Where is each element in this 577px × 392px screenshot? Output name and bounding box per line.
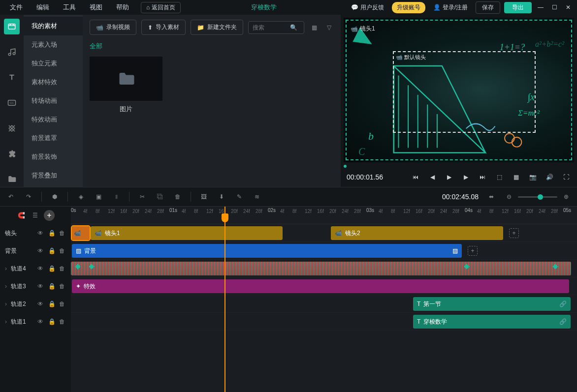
next-frame-icon[interactable]: ▶ [461, 172, 471, 182]
sidebar-item-asset-fx[interactable]: 素材特效 [24, 73, 83, 91]
import-asset-button[interactable]: ⬆ 导入素材 [141, 20, 186, 35]
eye-icon[interactable]: 👁 [37, 265, 44, 272]
clip-text2[interactable]: T穿梭数学🔗 [413, 315, 571, 329]
track-head-bg[interactable]: 背景 👁 🔒 🗑 [0, 242, 71, 260]
eye-icon[interactable]: 👁 [37, 301, 44, 307]
track-2[interactable]: T第一节🔗 [71, 295, 577, 313]
lock-icon[interactable]: 🔒 [48, 301, 55, 307]
track-bg[interactable]: ▨背景▨ + [71, 242, 577, 260]
sidebar-item-bg-overlay[interactable]: 背景叠加 [24, 166, 83, 185]
trash-icon[interactable]: 🗑 [59, 230, 66, 237]
marker-icon[interactable]: ⬢ [50, 192, 60, 202]
search-input-wrapper[interactable]: 🔍 [248, 21, 304, 34]
zoom-slider[interactable] [518, 196, 557, 198]
clip-fx[interactable]: ✦特效 [72, 279, 569, 293]
lock-icon[interactable]: 🔒 [48, 247, 55, 254]
zoom-out-icon[interactable]: ⊖ [504, 192, 514, 202]
keyframe[interactable] [75, 264, 80, 269]
scale-icon[interactable]: ▣ [94, 192, 103, 202]
eye-icon[interactable]: 👁 [37, 318, 44, 325]
list-icon[interactable]: ☰ [30, 211, 40, 220]
link-icon[interactable]: 🔗 [559, 301, 567, 307]
rail-music-icon[interactable] [4, 44, 20, 60]
eye-icon[interactable]: 👁 [37, 247, 44, 254]
zoom-handle[interactable] [538, 194, 543, 200]
rail-pattern-icon[interactable] [4, 121, 20, 136]
record-video-button[interactable]: 📹 录制视频 [90, 20, 136, 35]
zoom-in-icon[interactable]: ⊕ [561, 192, 571, 202]
filter-icon[interactable]: ▽ [324, 23, 334, 32]
rail-puzzle-icon[interactable] [4, 146, 20, 162]
search-icon[interactable]: 🔍 [290, 24, 297, 31]
skip-end-icon[interactable]: ⏭ [478, 172, 487, 182]
crop-icon[interactable]: ⬚ [494, 172, 504, 182]
preview-canvas[interactable]: 1+1=? a²+b²=c² ∫x Σ=mc² b C 📹 镜头1 📹 默认镜头 [344, 18, 574, 162]
menu-tools[interactable]: 工具 [57, 1, 82, 14]
rail-caption-icon[interactable]: CC [4, 95, 20, 111]
eye-icon[interactable]: 👁 [37, 230, 44, 237]
clip-selected-marker[interactable]: 📹 [72, 226, 90, 240]
close-button[interactable]: ✕ [563, 2, 573, 13]
clip-shot1[interactable]: 📹镜头1 [91, 226, 283, 240]
keyframe[interactable] [464, 264, 469, 269]
prev-frame-icon[interactable]: ◀ [427, 172, 437, 182]
menu-file[interactable]: 文件 [4, 1, 29, 14]
skip-start-icon[interactable]: ⏮ [411, 172, 420, 182]
sidebar-item-deco[interactable]: 前景装饰 [24, 148, 83, 166]
track-head-2[interactable]: ›轨道2 👁 🔒 🗑 [0, 295, 71, 313]
track-head-3[interactable]: ›轨道3 👁 🔒 🗑 [0, 277, 71, 295]
minimize-button[interactable]: — [536, 2, 545, 13]
login-button[interactable]: 👤 登录/注册 [429, 1, 472, 14]
new-folder-button[interactable]: 📁 新建文件夹 [191, 20, 243, 35]
trash-icon[interactable]: 🗑 [59, 265, 66, 272]
sidebar-item-mask[interactable]: 前景遮罩 [24, 129, 83, 148]
rail-text-icon[interactable] [4, 69, 20, 85]
lock-icon[interactable]: 🔒 [48, 283, 55, 290]
asset-thumbnail[interactable]: 图片 [90, 57, 162, 114]
upgrade-button[interactable]: 升级账号 [392, 2, 425, 13]
image-icon[interactable]: 🖼 [199, 192, 209, 202]
crop-tool-icon[interactable]: ✂ [137, 192, 147, 202]
track-shots[interactable]: 📹 📹镜头1 📹镜头2 + [71, 224, 577, 242]
sidebar-item-entry[interactable]: 元素入场 [24, 35, 83, 54]
scrubber-start[interactable] [344, 165, 347, 168]
inner-selection-box[interactable]: 📹 默认镜头 [393, 51, 536, 133]
lock-icon[interactable]: 🔒 [48, 265, 55, 272]
menu-view[interactable]: 视图 [84, 1, 108, 14]
lock-icon[interactable]: 🔒 [48, 318, 55, 325]
delete-icon[interactable]: 🗑 [173, 192, 183, 202]
split-icon[interactable]: ⫴ [111, 192, 121, 202]
copy-icon[interactable]: ⿻ [155, 192, 165, 202]
keyframe[interactable] [552, 264, 558, 269]
search-input[interactable] [253, 24, 287, 31]
redo-icon[interactable]: ↷ [24, 192, 33, 202]
track-3[interactable]: ✦特效 [71, 277, 577, 295]
target-icon[interactable]: ◈ [76, 192, 86, 202]
sidebar-item-transition[interactable]: 转场动画 [24, 91, 83, 110]
lock-icon[interactable]: 🔒 [48, 230, 55, 237]
snapshot-icon[interactable]: 📷 [528, 172, 538, 182]
grid-icon[interactable]: ▦ [511, 172, 521, 182]
undo-icon[interactable]: ↶ [6, 192, 16, 202]
add-clip-button[interactable]: + [509, 228, 519, 238]
timeline-tracks[interactable]: 0s4f8f12f16f20f24f28f01s4f8f12f16f20f24f… [71, 207, 577, 392]
clip-shot2[interactable]: 📹镜头2 [331, 226, 503, 240]
time-ruler[interactable]: 0s4f8f12f16f20f24f28f01s4f8f12f16f20f24f… [71, 207, 577, 224]
link-icon[interactable]: 🔗 [559, 318, 567, 325]
export-frame-icon[interactable]: ⬇ [217, 192, 226, 202]
sidebar-item-my-assets[interactable]: 我的素材 [24, 17, 83, 35]
track-head-4[interactable]: ›轨道4 👁 🔒 🗑 [0, 260, 71, 277]
track-head-1[interactable]: ›轨道1 👁 🔒 🗑 [0, 313, 71, 331]
fit-icon[interactable]: ⬌ [486, 192, 496, 202]
eye-icon[interactable]: 👁 [37, 283, 44, 290]
add-clip-button[interactable]: + [468, 246, 478, 256]
trash-icon[interactable]: 🗑 [59, 283, 66, 290]
trash-icon[interactable]: 🗑 [59, 301, 66, 307]
track-head-shots[interactable]: 镜头 👁 🔒 🗑 [0, 224, 71, 242]
clip-text1[interactable]: T第一节🔗 [413, 297, 571, 311]
fullscreen-icon[interactable]: ⛶ [561, 172, 571, 182]
layers-icon[interactable]: ≋ [252, 192, 262, 202]
grid-view-icon[interactable]: ▦ [309, 23, 319, 32]
feedback-button[interactable]: 💬 用户反馈 [347, 1, 388, 14]
track-1[interactable]: T穿梭数学🔗 [71, 313, 577, 331]
